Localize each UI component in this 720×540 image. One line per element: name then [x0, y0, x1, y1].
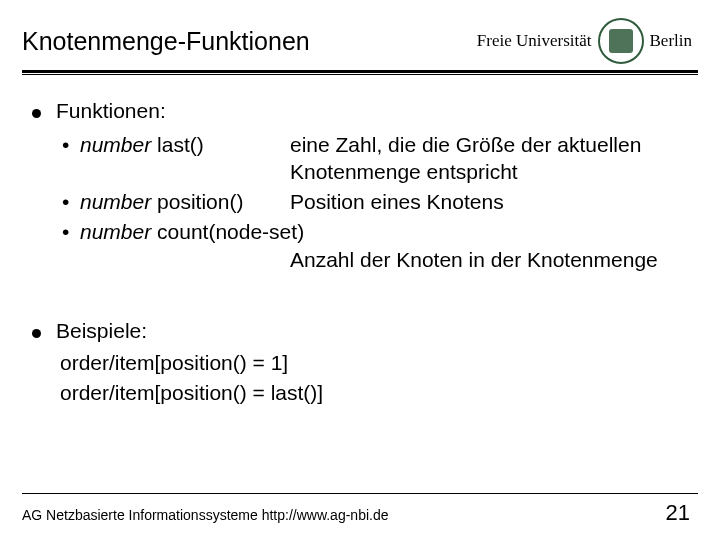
function-description: Anzahl der Knoten in der Knotenmenge	[62, 246, 698, 274]
section-heading-beispiele: Beispiele:	[56, 317, 147, 345]
list-item: • number count(node-set) Anzahl der Knot…	[62, 218, 698, 273]
function-signature: number position()	[80, 188, 290, 216]
footer-rule	[22, 493, 698, 495]
example-line: order/item[position() = last()]	[60, 379, 698, 407]
list-item: • number last() eine Zahl, die die Größe…	[62, 131, 698, 186]
bullet-icon: •	[62, 221, 80, 242]
university-logo: Freie Universität Berlin	[477, 18, 692, 64]
slide-title: Knotenmenge-Funktionen	[22, 27, 310, 56]
slide: Knotenmenge-Funktionen Freie Universität…	[0, 0, 720, 540]
function-signature: number count(node-set)	[80, 218, 698, 246]
slide-header: Knotenmenge-Funktionen Freie Universität…	[0, 0, 720, 70]
bullet-icon	[32, 105, 56, 118]
bullet-icon: •	[62, 191, 80, 212]
footer-text: AG Netzbasierte Informationssysteme http…	[22, 507, 389, 523]
examples-block: order/item[position() = 1] order/item[po…	[32, 349, 698, 406]
function-description: eine Zahl, die die Größe der aktuellen K…	[290, 131, 698, 186]
logo-text: Freie Universität	[477, 31, 592, 51]
page-number: 21	[666, 500, 690, 526]
list-item: • number position() Position eines Knote…	[62, 188, 698, 216]
example-line: order/item[position() = 1]	[60, 349, 698, 377]
bullet-icon	[32, 325, 56, 338]
slide-footer: AG Netzbasierte Informationssysteme http…	[0, 493, 720, 527]
functions-list: • number last() eine Zahl, die die Größe…	[32, 131, 698, 274]
section-heading-funktionen: Funktionen:	[56, 97, 166, 125]
seal-icon	[598, 18, 644, 64]
logo-city: Berlin	[650, 31, 693, 51]
slide-body: Funktionen: • number last() eine Zahl, d…	[0, 75, 720, 406]
function-signature: number last()	[80, 131, 290, 159]
function-description: Position eines Knotens	[290, 188, 698, 216]
bullet-icon: •	[62, 134, 80, 155]
